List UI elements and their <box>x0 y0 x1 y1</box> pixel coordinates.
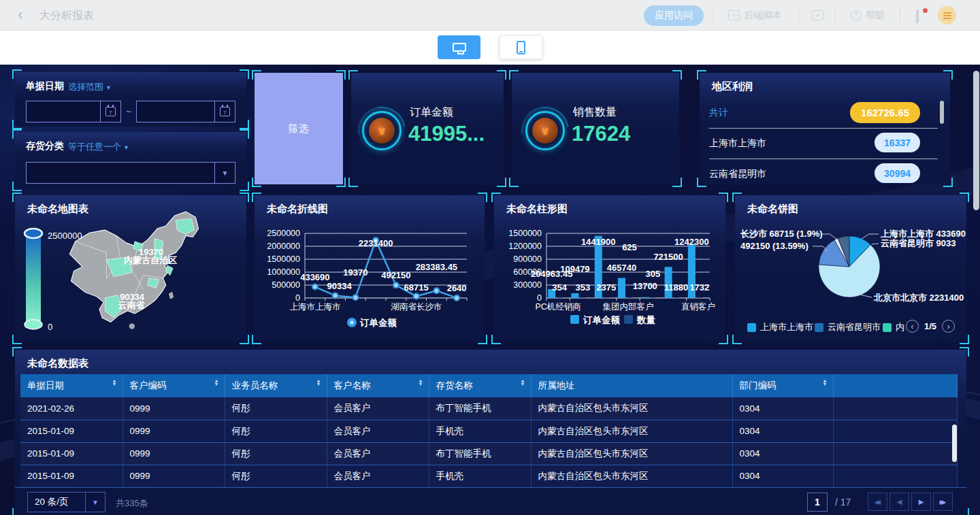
last-page-button[interactable]: ▶▶ <box>933 493 953 511</box>
page-total-label: / 17 <box>835 497 851 508</box>
backend-script-button[interactable]: </> 后端脚本 <box>728 0 782 31</box>
column-header[interactable]: 客户编码▲▼ <box>122 374 225 397</box>
pager-prev-icon[interactable]: ‹ <box>906 320 919 333</box>
sort-icon[interactable]: ▲▼ <box>316 379 321 386</box>
desktop-preview-button[interactable] <box>438 35 480 59</box>
svg-text:500000: 500000 <box>272 280 300 290</box>
divider <box>709 159 938 159</box>
sort-icon[interactable]: ▲▼ <box>112 379 117 386</box>
page-number-input[interactable]: 1 <box>807 493 828 512</box>
sort-icon[interactable]: ▲▼ <box>823 379 828 386</box>
svg-text:PC机经销商: PC机经销商 <box>535 302 581 312</box>
scrollbar-thumb[interactable] <box>940 101 944 124</box>
table-cell <box>833 465 957 487</box>
svg-text:1441900: 1441900 <box>581 237 616 247</box>
legend-item[interactable]: 云南省昆明市 <box>815 321 881 333</box>
widget-title: 未命名数据表 <box>27 357 88 370</box>
svg-text:湖南省长沙市: 湖南省长沙市 <box>391 302 442 312</box>
mobile-preview-button[interactable] <box>500 35 542 59</box>
filter-submit-button[interactable]: 筛选 <box>255 73 343 184</box>
table-row[interactable]: 2015-01-090999何彤会员客户手机壳内蒙古自治区包头市东河区0304 <box>20 420 957 442</box>
column-header[interactable]: 客户名称▲▼ <box>327 374 429 397</box>
table-row[interactable]: 2021-02-260999何彤会员客户布丁智能手机内蒙古自治区包头市东河区03… <box>20 397 957 420</box>
calendar-button[interactable]: 7 <box>214 101 235 122</box>
line-chart: 0500000100000015000002000000250000043369… <box>255 195 485 342</box>
legend-min-label: 0 <box>48 322 52 332</box>
total-count-label: 共335条 <box>116 497 148 510</box>
notification-dot <box>923 8 928 13</box>
column-header[interactable]: 业务员名称▲▼ <box>225 374 327 397</box>
svg-text:492150: 492150 <box>381 270 410 280</box>
pie-chart: 长沙市 68715 (1.9%)492150 (13.59%)上海市上海市 43… <box>735 210 966 325</box>
next-page-icon: ▶ <box>919 498 924 505</box>
notification-button[interactable] <box>916 0 926 31</box>
last-page-icon: ▶▶ <box>940 499 944 505</box>
legend-swatch <box>815 323 823 332</box>
avatar[interactable] <box>938 6 956 24</box>
table-cell: 内蒙古自治区包头市东河区 <box>531 420 732 442</box>
column-header[interactable]: 单据日期▲▼ <box>20 374 122 397</box>
table-cell: 手机壳 <box>429 465 531 487</box>
divider <box>709 128 938 129</box>
category-operator-dropdown[interactable]: 等于任意一个▼ <box>68 141 129 153</box>
sort-icon[interactable]: ▲▼ <box>419 379 423 386</box>
table-cell: 0999 <box>122 397 225 420</box>
svg-text:354: 354 <box>552 282 567 293</box>
table-cell: 何彤 <box>225 442 327 465</box>
category-filter-widget: 存货分类 等于任意一个▼ ▼ <box>15 132 246 188</box>
table-cell: 0304 <box>732 397 833 420</box>
column-header[interactable]: 部门编码▲▼ <box>732 374 833 397</box>
divider <box>713 9 714 22</box>
legend-item[interactable]: 上海市上海市 <box>747 321 813 333</box>
date-start-input[interactable] <box>27 101 100 122</box>
app-access-button[interactable]: 应用访问 <box>644 5 704 26</box>
divider <box>900 9 900 22</box>
svg-text:1242300: 1242300 <box>674 237 709 247</box>
pager-text: 1/5 <box>924 321 936 331</box>
sort-icon[interactable]: ▲▼ <box>214 379 219 386</box>
svg-text:1000000: 1000000 <box>267 267 300 277</box>
column-header[interactable]: 存货名称▲▼ <box>429 374 531 397</box>
next-page-button[interactable]: ▶ <box>911 493 931 511</box>
select-dropdown-button[interactable]: ▼ <box>214 163 235 183</box>
first-page-button[interactable]: ◀◀ <box>868 493 887 511</box>
kpi-value: 17624 <box>572 122 630 146</box>
back-icon[interactable]: ‹ <box>18 6 22 24</box>
preview-toolbar: × <box>0 31 980 65</box>
table-row[interactable]: 2015-01-090999何彤会员客户布丁智能手机内蒙古自治区包头市东河区03… <box>20 442 957 465</box>
table-row[interactable]: 2015-01-090999何彤会员客户手机壳内蒙古自治区包头市东河区0304 <box>20 465 957 487</box>
sort-icon[interactable]: ▲▼ <box>521 379 525 386</box>
date-operator-dropdown[interactable]: 选择范围▼ <box>68 81 112 93</box>
calendar-button[interactable]: 7 <box>100 101 120 122</box>
id-card-button[interactable]: A <box>812 0 823 31</box>
svg-text:492150 (13.59%): 492150 (13.59%) <box>740 241 808 251</box>
table-cell: 2021-02-26 <box>20 397 122 420</box>
list-item[interactable]: 云南省昆明市 30994 <box>709 161 938 188</box>
calendar-icon: 7 <box>105 107 116 116</box>
svg-text:0: 0 <box>295 293 300 303</box>
category-input[interactable] <box>27 163 214 183</box>
list-item[interactable]: 上海市上海市 16337 <box>709 131 938 158</box>
table-cell: 何彤 <box>225 420 327 442</box>
help-button[interactable]: ? 帮助 <box>851 0 885 31</box>
svg-text:云南省: 云南省 <box>118 300 146 310</box>
svg-text:1500000: 1500000 <box>267 254 300 264</box>
page-size-select[interactable]: 20 条/页 ▼ <box>27 492 105 512</box>
table-cell: 2015-01-09 <box>20 442 122 465</box>
calendar-icon: 7 <box>220 107 230 116</box>
kpi-value: 41995... <box>408 122 485 146</box>
table-scrollbar-thumb[interactable] <box>952 425 957 462</box>
list-item[interactable]: 共计 162726.65 <box>709 100 938 127</box>
svg-text:433690: 433690 <box>300 272 329 282</box>
prev-page-button[interactable]: ◀ <box>889 493 909 511</box>
page-scrollbar-thumb[interactable] <box>973 71 979 210</box>
svg-text:90334: 90334 <box>327 281 353 291</box>
line-chart-widget: 未命名折线图 050000010000001500000200000025000… <box>255 195 485 342</box>
table-cell: 2015-01-09 <box>20 420 122 442</box>
legend-item[interactable]: 内 <box>883 321 904 333</box>
table-cell: 内蒙古自治区包头市东河区 <box>531 442 732 465</box>
svg-text:订单金额: 订单金额 <box>359 318 397 328</box>
pager-next-icon[interactable]: › <box>942 320 955 333</box>
date-end-input[interactable] <box>137 101 214 122</box>
svg-text:353: 353 <box>576 282 591 293</box>
